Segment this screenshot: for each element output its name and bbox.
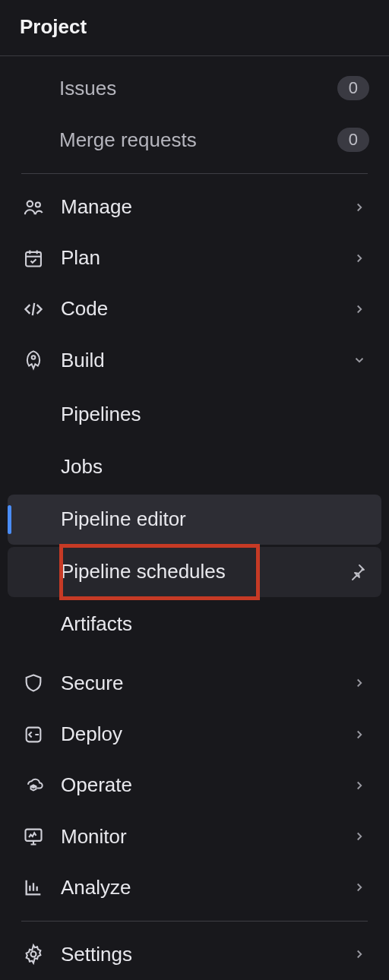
chevron-right-icon bbox=[353, 201, 366, 214]
shield-icon bbox=[23, 672, 61, 694]
sidebar-item-label: Operate bbox=[61, 773, 353, 797]
sidebar-item-settings[interactable]: Settings bbox=[8, 931, 381, 978]
sidebar-item-label: Issues bbox=[59, 77, 337, 100]
sidebar-item-label: Artifacts bbox=[61, 612, 366, 636]
svg-point-3 bbox=[32, 356, 36, 359]
rocket-icon bbox=[23, 349, 61, 371]
sidebar-item-label: Monitor bbox=[61, 825, 353, 849]
chevron-right-icon bbox=[353, 779, 366, 792]
sidebar-item-code[interactable]: Code bbox=[8, 285, 381, 333]
sidebar-item-operate[interactable]: Operate bbox=[8, 761, 381, 809]
monitor-icon bbox=[23, 826, 61, 847]
sidebar-item-label: Build bbox=[61, 349, 353, 372]
sidebar-item-monitor[interactable]: Monitor bbox=[8, 812, 381, 860]
sidebar-item-label: Settings bbox=[61, 943, 353, 966]
sidebar-item-label: Analyze bbox=[61, 876, 353, 899]
pinned-section: Issues 0 Merge requests 0 bbox=[0, 56, 389, 169]
chart-icon bbox=[23, 877, 61, 898]
section-divider bbox=[21, 173, 368, 174]
page-title: Project bbox=[20, 15, 87, 38]
sidebar-item-manage[interactable]: Manage bbox=[8, 183, 381, 231]
sidebar-item-plan[interactable]: Plan bbox=[8, 234, 381, 282]
build-submenu: Pipelines Jobs Pipeline editor Pipeline … bbox=[0, 386, 389, 658]
sidebar-item-label: Pipeline editor bbox=[61, 507, 366, 531]
chevron-right-icon bbox=[353, 728, 366, 741]
svg-point-6 bbox=[31, 952, 36, 957]
issues-count-badge: 0 bbox=[337, 76, 369, 100]
deploy-icon bbox=[23, 724, 61, 745]
chevron-right-icon bbox=[353, 830, 366, 843]
chevron-right-icon bbox=[353, 676, 366, 690]
svg-point-1 bbox=[36, 202, 40, 207]
sidebar-item-label: Pipeline schedules bbox=[61, 560, 348, 583]
sidebar-item-label: Secure bbox=[61, 672, 353, 695]
sidebar-header: Project bbox=[0, 0, 389, 56]
sidebar-item-deploy[interactable]: Deploy bbox=[8, 710, 381, 758]
chevron-right-icon bbox=[353, 251, 366, 265]
pin-icon[interactable] bbox=[348, 563, 366, 581]
calendar-check-icon bbox=[23, 248, 61, 269]
sidebar-item-secure[interactable]: Secure bbox=[8, 659, 381, 707]
svg-point-0 bbox=[27, 201, 33, 206]
sidebar-item-label: Merge requests bbox=[59, 128, 337, 152]
sidebar-item-artifacts[interactable]: Artifacts bbox=[8, 599, 381, 650]
sidebar-item-label: Jobs bbox=[61, 455, 366, 479]
chevron-right-icon bbox=[353, 880, 366, 894]
svg-rect-2 bbox=[26, 252, 41, 267]
code-icon bbox=[23, 299, 61, 320]
sidebar-item-label: Deploy bbox=[61, 722, 353, 746]
sidebar-item-label: Pipelines bbox=[61, 403, 366, 426]
sidebar-item-pipelines[interactable]: Pipelines bbox=[8, 390, 381, 440]
sidebar-item-label: Code bbox=[61, 297, 353, 321]
sidebar-item-label: Manage bbox=[61, 195, 353, 219]
chevron-down-icon bbox=[353, 353, 366, 367]
gear-icon bbox=[23, 944, 61, 965]
sidebar-item-pipeline-editor[interactable]: Pipeline editor bbox=[8, 495, 381, 545]
cloud-cube-icon bbox=[23, 775, 61, 796]
chevron-right-icon bbox=[353, 302, 366, 316]
sidebar-item-jobs[interactable]: Jobs bbox=[8, 442, 381, 492]
chevron-right-icon bbox=[353, 947, 366, 961]
sidebar-item-analyze[interactable]: Analyze bbox=[8, 864, 381, 912]
sidebar-item-label: Plan bbox=[61, 246, 353, 270]
sidebar-item-pipeline-schedules[interactable]: Pipeline schedules bbox=[8, 547, 381, 597]
section-divider bbox=[21, 921, 368, 922]
users-icon bbox=[23, 197, 61, 218]
project-sidebar: Project Issues 0 Merge requests 0 Manage bbox=[0, 0, 389, 980]
merge-requests-count-badge: 0 bbox=[337, 128, 369, 152]
sidebar-item-merge-requests[interactable]: Merge requests 0 bbox=[8, 114, 381, 166]
sidebar-item-issues[interactable]: Issues 0 bbox=[8, 62, 381, 114]
sidebar-item-build[interactable]: Build bbox=[8, 337, 381, 384]
